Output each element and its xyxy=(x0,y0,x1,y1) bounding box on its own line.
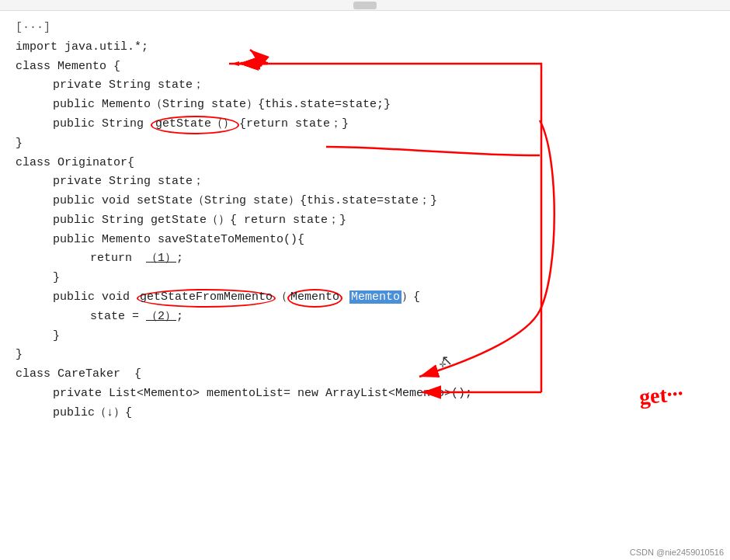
getstate2-line: public String getState（）{ return state；} xyxy=(16,211,714,231)
handwritten-annotation: get··· xyxy=(638,381,684,410)
savetomemento-line: public Memento saveStateToMemento(){ xyxy=(16,231,714,250)
memento-highlighted: Memento xyxy=(349,290,402,304)
list-line: private List<Memento> mementoList= new A… xyxy=(16,384,714,404)
setstate-line: public void setState（String state）{this.… xyxy=(16,192,714,211)
class-caretaker-line: class CareTaker { xyxy=(16,365,714,384)
orig-private-line: private String state； xyxy=(16,172,714,192)
code-line: [···] xyxy=(16,19,714,38)
close-originator-line: } xyxy=(16,346,714,365)
getstate-line: public String getState（）{return state；} xyxy=(16,115,714,134)
state2-line: state = （2）; xyxy=(16,308,714,327)
close-getstatefrom-line: } xyxy=(16,327,714,346)
getstatefrom-line: public void getStateFromMemento（Memento … xyxy=(16,288,714,308)
blank2: （2） xyxy=(146,310,176,323)
blank1: （1） xyxy=(146,252,176,265)
public-dots-line: public（↓）{ xyxy=(16,404,714,423)
top-bar xyxy=(0,0,730,11)
getstate-circled: getState（） xyxy=(151,116,239,134)
class-memento-line: class Memento { xyxy=(16,57,714,77)
close-memento-line: } xyxy=(16,134,714,154)
memento-param-circled: Memento xyxy=(287,289,342,308)
private-state-line: private String state； xyxy=(16,76,714,96)
close-save-line: } xyxy=(16,269,714,288)
constructor-line: public Memento（String state）{this.state=… xyxy=(16,96,714,115)
import-line: import java.util.*; xyxy=(16,38,714,57)
return1-line: return （1）; xyxy=(16,249,714,269)
code-area: [···] import java.util.*; class Memento … xyxy=(0,11,730,430)
getstatefrom-circled: getStateFromMemento xyxy=(137,289,276,308)
class-originator-line: class Originator{ xyxy=(16,154,714,173)
top-bar-button[interactable] xyxy=(353,2,377,9)
watermark: CSDN @nie2459010516 xyxy=(630,548,724,557)
